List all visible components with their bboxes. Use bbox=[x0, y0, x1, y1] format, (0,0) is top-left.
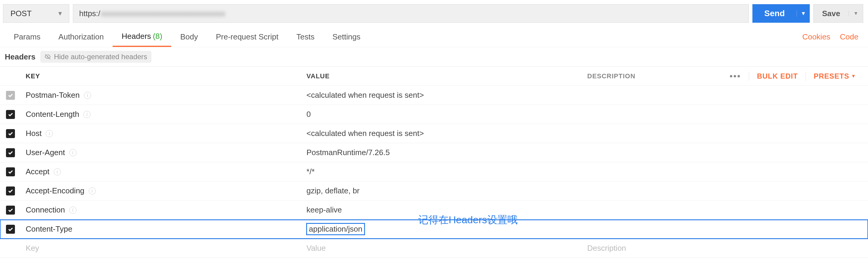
tab-prerequest[interactable]: Pre-request Script bbox=[207, 27, 288, 47]
key-cell[interactable]: Postman-Tokeni bbox=[21, 91, 302, 100]
table-row: Accepti*/* bbox=[0, 162, 868, 181]
value-cell[interactable]: <calculated when request is sent> bbox=[302, 91, 583, 100]
save-label: Save bbox=[814, 9, 848, 18]
key-cell[interactable]: Hosti bbox=[21, 129, 302, 138]
info-icon[interactable]: i bbox=[54, 168, 61, 175]
save-dropdown[interactable]: ▼ bbox=[848, 11, 863, 16]
col-description: DESCRIPTION ••• Bulk Edit Presets ▼ bbox=[583, 71, 868, 81]
row-checkbox[interactable] bbox=[6, 110, 15, 119]
header-key: Content-Length bbox=[26, 110, 79, 119]
key-cell[interactable]: Accept-Encodingi bbox=[21, 186, 302, 196]
checkbox-cell bbox=[0, 129, 21, 138]
cookies-link[interactable]: Cookies bbox=[798, 32, 835, 41]
more-icon[interactable]: ••• bbox=[730, 71, 741, 81]
save-button[interactable]: Save ▼ bbox=[813, 4, 863, 23]
send-button[interactable]: Send ▼ bbox=[752, 4, 810, 23]
tab-params[interactable]: Params bbox=[5, 27, 50, 47]
checkbox-cell bbox=[0, 148, 21, 157]
header-value: */* bbox=[306, 167, 314, 176]
checkbox-cell bbox=[0, 186, 21, 196]
col-key: KEY bbox=[21, 72, 302, 80]
url-prefix: https:/ bbox=[79, 9, 100, 18]
info-icon[interactable]: i bbox=[46, 130, 53, 137]
value-cell[interactable]: <calculated when request is sent> bbox=[302, 129, 583, 138]
key-input[interactable]: Key bbox=[21, 243, 302, 253]
method-label: POST bbox=[10, 9, 32, 18]
table-row: Hosti<calculated when request is sent> bbox=[0, 124, 868, 143]
chevron-down-icon: ▼ bbox=[57, 10, 63, 17]
col-value: VALUE bbox=[302, 72, 583, 80]
value-cell[interactable]: gzip, deflate, br bbox=[302, 186, 583, 196]
chevron-down-icon: ▼ bbox=[851, 74, 856, 79]
header-key: User-Agent bbox=[26, 148, 65, 157]
send-label: Send bbox=[752, 9, 797, 18]
header-value: application/json bbox=[306, 223, 365, 235]
url-input[interactable]: https:/ xxxxxxxxxxxxxxxxxxxxxxxxxxxxxxxx bbox=[73, 4, 749, 23]
header-value: <calculated when request is sent> bbox=[306, 91, 424, 99]
tab-tests[interactable]: Tests bbox=[287, 27, 323, 47]
request-bar: POST ▼ https:/ xxxxxxxxxxxxxxxxxxxxxxxxx… bbox=[0, 0, 868, 27]
row-checkbox[interactable] bbox=[6, 167, 15, 176]
tab-body[interactable]: Body bbox=[171, 27, 207, 47]
divider bbox=[749, 72, 749, 81]
header-value: keep-alive bbox=[306, 205, 342, 214]
code-link[interactable]: Code bbox=[835, 32, 863, 41]
tab-settings[interactable]: Settings bbox=[323, 27, 370, 47]
url-blurred: xxxxxxxxxxxxxxxxxxxxxxxxxxxxxxxx bbox=[101, 9, 225, 18]
info-icon[interactable]: i bbox=[69, 149, 76, 156]
divider bbox=[806, 72, 806, 81]
tab-authorization[interactable]: Authorization bbox=[50, 27, 113, 47]
checkbox-cell bbox=[0, 167, 21, 176]
headers-table: KEY VALUE DESCRIPTION ••• Bulk Edit Pres… bbox=[0, 66, 868, 258]
row-checkbox[interactable] bbox=[6, 91, 15, 100]
row-checkbox[interactable] bbox=[6, 186, 15, 196]
table-row: Content-Lengthi0 bbox=[0, 105, 868, 124]
header-key: Postman-Token bbox=[26, 91, 80, 100]
request-tabs: Params Authorization Headers (8) Body Pr… bbox=[0, 27, 868, 47]
header-key: Host bbox=[26, 129, 41, 138]
key-cell[interactable]: Connectioni bbox=[21, 205, 302, 214]
info-icon[interactable]: i bbox=[83, 111, 91, 118]
value-input[interactable]: Value bbox=[302, 243, 583, 253]
new-header-row: Key Value Description bbox=[0, 239, 868, 258]
headers-count: (8) bbox=[153, 32, 162, 41]
header-value: PostmanRuntime/7.26.5 bbox=[306, 148, 390, 157]
method-select[interactable]: POST ▼ bbox=[3, 4, 69, 23]
description-input[interactable]: Description bbox=[583, 243, 868, 253]
value-cell[interactable]: PostmanRuntime/7.26.5 bbox=[302, 148, 583, 157]
value-cell[interactable]: 0 bbox=[302, 110, 583, 119]
info-icon[interactable]: i bbox=[89, 187, 96, 195]
bulk-edit-link[interactable]: Bulk Edit bbox=[757, 72, 798, 80]
presets-link[interactable]: Presets ▼ bbox=[814, 72, 856, 80]
row-checkbox[interactable] bbox=[6, 206, 15, 214]
annotation-text: 记得在Headers设置哦 bbox=[418, 213, 518, 227]
header-value: gzip, deflate, br bbox=[306, 186, 360, 195]
info-icon[interactable]: i bbox=[69, 206, 76, 214]
header-key: Content-Type bbox=[26, 225, 72, 234]
header-value: <calculated when request is sent> bbox=[306, 129, 424, 138]
value-cell[interactable]: */* bbox=[302, 167, 583, 176]
table-header-row: KEY VALUE DESCRIPTION ••• Bulk Edit Pres… bbox=[0, 67, 868, 86]
table-row: User-AgentiPostmanRuntime/7.26.5 bbox=[0, 143, 868, 162]
key-cell[interactable]: Accepti bbox=[21, 167, 302, 176]
eye-off-icon bbox=[44, 54, 51, 60]
row-checkbox[interactable] bbox=[6, 148, 15, 157]
headers-subheader: Headers Hide auto-generated headers bbox=[0, 47, 868, 66]
key-cell[interactable]: Content-Lengthi bbox=[21, 110, 302, 119]
hide-label: Hide auto-generated headers bbox=[54, 53, 147, 61]
tab-headers[interactable]: Headers (8) bbox=[113, 27, 171, 47]
checkbox-cell bbox=[0, 91, 21, 100]
send-dropdown[interactable]: ▼ bbox=[797, 10, 810, 17]
key-cell[interactable]: User-Agenti bbox=[21, 148, 302, 157]
row-checkbox[interactable] bbox=[6, 129, 15, 138]
table-row: Accept-Encodingigzip, deflate, br bbox=[0, 181, 868, 201]
header-value: 0 bbox=[306, 110, 311, 119]
headers-title: Headers bbox=[5, 52, 35, 62]
row-checkbox[interactable] bbox=[6, 225, 15, 234]
checkbox-cell bbox=[0, 225, 21, 234]
header-key: Accept bbox=[26, 167, 50, 176]
hide-auto-headers-button[interactable]: Hide auto-generated headers bbox=[40, 51, 151, 63]
key-cell[interactable]: Content-Type bbox=[21, 225, 302, 234]
info-icon[interactable]: i bbox=[84, 92, 91, 99]
checkbox-cell bbox=[0, 206, 21, 214]
